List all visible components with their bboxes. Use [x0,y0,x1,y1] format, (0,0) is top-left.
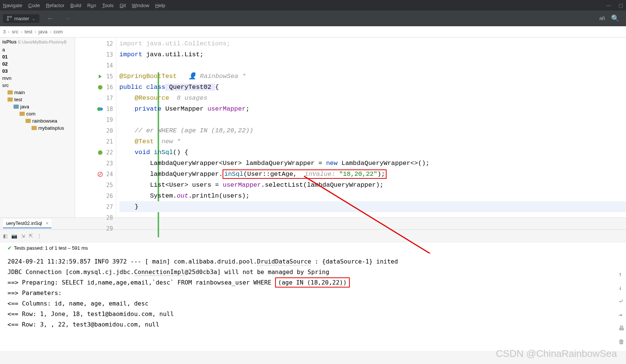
code-line[interactable]: List<User> users = userMapper.selectList… [119,180,626,190]
console-line: <== Row: 3, , 22, test3@baomidou.com, nu… [8,319,618,330]
folder-icon [8,97,13,102]
svg-point-0 [7,16,9,18]
crumb-1[interactable]: src [12,29,18,34]
bean-gutter-icon[interactable] [97,150,103,156]
svg-marker-3 [99,75,102,78]
svg-point-7 [98,150,102,155]
console-line: ==> Parameters: [8,288,618,298]
code-line[interactable]: @Resource 8 usages [119,93,626,103]
maximize-icon[interactable]: ▢ [618,3,623,8]
git-branch-selector[interactable]: master ⌄ [3,14,39,23]
more-icon[interactable]: ⋮ [37,233,42,239]
tree-item[interactable]: main [0,89,75,96]
scroll-down-icon[interactable]: ↓ [618,283,624,293]
menu-run[interactable]: Run [87,3,96,8]
toggle-icon[interactable]: ◧ [3,233,8,239]
tab-label: ueryTest02.inSql [6,220,42,226]
menu-navigate[interactable]: Navigate [3,3,22,8]
menu-build[interactable]: Build [71,3,81,8]
warn-gutter-icon[interactable] [97,171,103,177]
tree-item[interactable]: 01 [0,53,75,60]
console-line: 2024-09-21 11:32:59.857 INFO 3972 --- [ … [8,256,618,267]
tree-item[interactable]: 02 [0,60,75,67]
project-name[interactable]: isPlus [2,39,17,45]
tree-item[interactable]: java [0,103,75,110]
nav-back-button[interactable]: ← [44,13,57,24]
folder-icon [20,112,25,116]
nav-gutter-icon[interactable] [97,106,103,112]
tree-item[interactable]: mvn [0,75,75,82]
branch-name: master [14,16,29,21]
export-icon[interactable]: ⇱ [29,233,33,239]
svg-point-4 [98,85,102,90]
bean-gutter-icon[interactable] [97,84,103,90]
menu-help[interactable]: Help [155,3,166,8]
menu-refactor[interactable]: Refactor [46,3,64,8]
import-icon[interactable]: ⇲ [21,233,25,239]
tree-item[interactable]: rainbowsea [0,117,75,124]
console-line: JDBC Connection [com.mysql.cj.jdbc.Conne… [8,267,618,277]
camera-icon[interactable]: 📷 [11,233,17,239]
menu-window[interactable]: Window [132,3,149,8]
watermark: CSDN @ChinaRainbowSea [496,348,617,360]
svg-point-6 [100,108,103,111]
breadcrumb[interactable]: 3› src› test› java› com [0,26,626,37]
code-line[interactable]: LambdaQueryWrapper<User> lambdaQueryWrap… [119,158,626,169]
code-line[interactable]: public class QueryTest02 { [119,82,626,93]
code-line[interactable]: import java.util.Collections; [119,38,626,49]
crumb-4[interactable]: com [54,29,63,34]
translate-icon[interactable]: 🗚 [599,14,606,22]
trash-icon[interactable]: 🗑 [618,337,624,347]
menu-tools[interactable]: Tools [102,3,113,8]
svg-point-2 [10,16,12,18]
code-line[interactable]: @SpringBootTest 👤 RainbowSea * [119,71,626,82]
console-line: <== Columns: id, name, age, email, desc [8,298,618,309]
code-line[interactable]: @Test new * [119,136,626,147]
project-path: E:\Java\MyBatis-Plus\myB [18,40,66,44]
project-tree[interactable]: isPlus E:\Java\MyBatis-Plus\myB a 01 02 … [0,37,75,217]
search-icon[interactable]: 🔍 [611,14,619,22]
menu-git[interactable]: Git [120,3,126,8]
crumb-0[interactable]: 3 [3,29,6,34]
main-menubar[interactable]: Navigate Code Refactor Build Run Tools G… [0,0,626,10]
svg-point-1 [7,19,9,21]
code-line[interactable]: lambdaQueryWrapper.inSql(User::getAge, i… [119,169,626,180]
soft-wrap-icon[interactable]: ⇥ [618,310,624,320]
console-output[interactable]: 2024-09-21 11:32:59.857 INFO 3972 --- [ … [0,253,626,351]
folder-icon [8,90,13,94]
minimize-icon[interactable]: — [606,3,611,8]
test-status-text: Tests passed: 1 of 1 test – 591 ms [14,245,88,251]
code-line[interactable]: } [119,201,626,212]
print-icon[interactable]: 🖶 [618,323,624,334]
wrap-icon[interactable]: ⤶ [618,296,624,307]
crumb-3[interactable]: java [39,29,48,34]
crumb-2[interactable]: test [24,29,32,34]
console-line: ==> Preparing: SELECT id,name,age,email,… [8,277,618,288]
tree-item[interactable]: mybatisplus [0,124,75,132]
chevron-down-icon: ⌄ [32,16,36,21]
code-editor[interactable]: 12 13 14 15 16 17 18 19 20 21 22 23 24 2… [75,37,626,217]
tree-item[interactable]: test [0,96,75,103]
editor-gutter: 12 13 14 15 16 17 18 19 20 21 22 23 24 2… [75,37,116,217]
run-gutter-icon[interactable] [97,73,103,79]
code-line[interactable]: // er WHERE (age IN (18,20,22)) [119,125,626,136]
tab-active[interactable]: ueryTest02.inSql × [3,219,51,228]
menu-code[interactable]: Code [28,3,40,8]
tree-item[interactable]: src [0,82,75,89]
folder-icon [32,126,37,130]
check-icon: ✔ [8,245,12,251]
code-line[interactable]: System.out.println(users); [119,190,626,201]
folder-icon [14,105,19,109]
code-line[interactable]: private UserMapper userMapper; [119,103,626,114]
code-line[interactable]: import java.util.List; [119,49,626,60]
nav-forward-button[interactable]: → [61,13,74,24]
close-tab-icon[interactable]: × [46,220,49,226]
main-toolbar: master ⌄ ← → 🗚 🔍 [0,10,626,26]
scroll-up-icon[interactable]: ↑ [618,269,624,280]
console-line: <== Row: 1, Jone, 18, test1@baomidou.com… [8,309,618,319]
tree-item[interactable]: com [0,110,75,117]
code-line[interactable]: void inSql() { [119,147,626,158]
tree-item[interactable]: 03 [0,67,75,75]
tree-item[interactable]: a [0,46,75,53]
test-status-bar: ✔ Tests passed: 1 of 1 test – 591 ms [0,242,626,253]
